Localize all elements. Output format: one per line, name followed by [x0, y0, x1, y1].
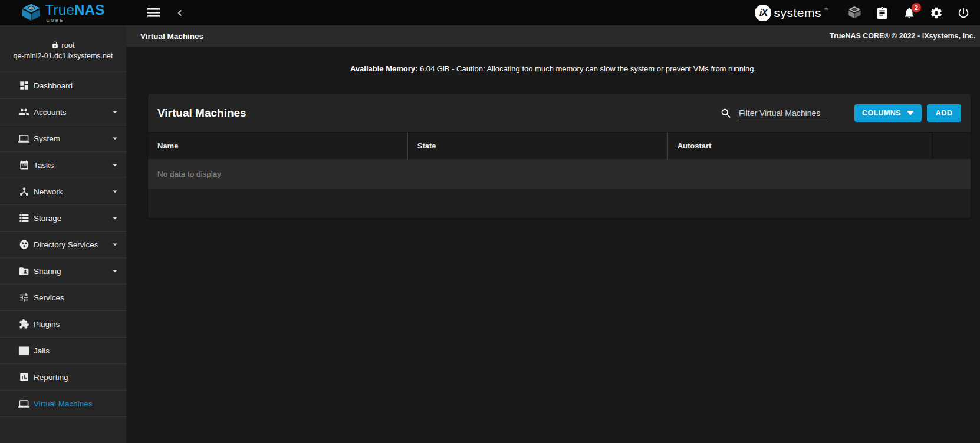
ixsystems-mark-icon: iX	[755, 5, 771, 21]
sidebar-item-plugins[interactable]: Plugins	[0, 310, 126, 337]
sidebar-item-label: Accounts	[34, 108, 67, 117]
chevron-left-icon	[174, 7, 186, 19]
sidebar-item-label: Dashboard	[34, 81, 73, 90]
plugins-puzzle-icon	[18, 319, 29, 330]
sidebar-item-label: Sharing	[34, 267, 61, 276]
sidebar-item-tasks[interactable]: Tasks	[0, 151, 126, 178]
menu-toggle-button[interactable]	[147, 8, 160, 17]
sidebar-item-label: Plugins	[34, 320, 60, 329]
search-icon	[720, 107, 732, 120]
sidebar-item-label: Services	[34, 293, 64, 302]
gear-icon	[930, 6, 943, 19]
sidebar-item-label: Storage	[34, 214, 61, 223]
sidebar-item-label: System	[34, 134, 60, 143]
card-footer-area	[148, 189, 971, 218]
sidebar-item-virtual-machines[interactable]: Virtual Machines	[0, 390, 126, 416]
brand-name: TrueNAS	[45, 3, 104, 17]
user-block: root qe-mini2-01.dc1.ixsystems.net	[0, 25, 126, 72]
sidebar: root qe-mini2-01.dc1.ixsystems.net Dashb…	[0, 25, 126, 443]
chevron-down-icon	[110, 266, 120, 276]
sidebar-item-label: Virtual Machines	[34, 399, 93, 408]
memory-notice: Available Memory: 6.04 GiB - Caution: Al…	[126, 64, 980, 73]
sidebar-nav: DashboardAccountsSystemTasksNetworkStora…	[0, 72, 126, 416]
table-header-row: Name State Autostart	[148, 132, 971, 159]
chevron-down-icon	[110, 160, 120, 170]
settings-button[interactable]	[930, 6, 943, 19]
sidebar-item-directory-services[interactable]: Directory Services	[0, 231, 126, 257]
column-header-autostart[interactable]: Autostart	[668, 133, 930, 159]
reporting-chart-icon	[18, 372, 29, 383]
no-data-message: No data to display	[157, 170, 221, 178]
back-button[interactable]	[174, 7, 186, 19]
vm-laptop-icon	[18, 398, 29, 409]
sidebar-item-accounts[interactable]: Accounts	[0, 98, 126, 125]
system-laptop-icon	[18, 133, 29, 144]
sidebar-item-storage[interactable]: Storage	[0, 204, 126, 231]
username: root	[61, 41, 74, 49]
dashboard-icon	[18, 80, 29, 91]
lock-icon	[51, 41, 59, 49]
column-header-actions	[930, 133, 971, 159]
chevron-down-icon	[110, 107, 120, 117]
tasks-manager-button[interactable]	[876, 6, 889, 19]
columns-button[interactable]: COLUMNS	[854, 104, 922, 122]
truecommand-cube-icon	[847, 6, 861, 19]
add-button[interactable]: ADD	[927, 104, 961, 122]
clipboard-icon	[876, 6, 889, 19]
power-icon	[957, 6, 970, 19]
sidebar-empty-area	[0, 416, 126, 443]
sidebar-item-network[interactable]: Network	[0, 178, 126, 204]
truenas-cube-icon	[21, 4, 41, 22]
power-button[interactable]	[957, 6, 970, 19]
memory-notice-text: 6.04 GiB - Caution: Allocating too much …	[417, 64, 756, 73]
ixsystems-logo: iX systems ™	[755, 5, 828, 21]
column-header-state[interactable]: State	[408, 133, 668, 159]
virtual-machines-card: Virtual Machines COLUMNS	[148, 94, 971, 218]
sidebar-item-jails[interactable]: Jails	[0, 337, 126, 363]
folder-shared-icon	[18, 266, 29, 277]
card-title: Virtual Machines	[157, 107, 246, 120]
jails-icon	[18, 345, 29, 356]
sidebar-item-label: Reporting	[34, 373, 68, 382]
page-header: Virtual Machines TrueNAS CORE® © 2022 - …	[126, 25, 980, 47]
sidebar-item-services[interactable]: Services	[0, 284, 126, 310]
tasks-calendar-icon	[18, 160, 29, 171]
notifications-button[interactable]: 2	[903, 6, 916, 19]
hostname: qe-mini2-01.dc1.ixsystems.net	[0, 52, 126, 60]
sidebar-item-label: Jails	[34, 346, 50, 355]
sidebar-item-system[interactable]: System	[0, 125, 126, 151]
top-bar: TrueNAS CORE iX systems ™	[0, 0, 980, 25]
sidebar-item-label: Directory Services	[34, 240, 98, 249]
empty-table-row: No data to display	[148, 159, 971, 189]
network-hub-icon	[18, 186, 29, 197]
copyright-text: TrueNAS CORE® © 2022 - iXsystems, Inc.	[830, 32, 975, 40]
breadcrumb: Virtual Machines	[140, 32, 203, 41]
caret-down-icon	[907, 111, 914, 115]
hamburger-icon	[147, 8, 160, 17]
directory-services-icon	[18, 239, 29, 250]
column-header-name[interactable]: Name	[148, 133, 408, 159]
sidebar-item-label: Network	[34, 187, 63, 196]
sidebar-item-dashboard[interactable]: Dashboard	[0, 72, 126, 98]
truenas-logo: TrueNAS CORE	[0, 0, 126, 25]
truecommand-button[interactable]	[847, 6, 861, 19]
chevron-down-icon	[110, 186, 120, 197]
sidebar-item-reporting[interactable]: Reporting	[0, 363, 126, 390]
sidebar-item-label: Tasks	[34, 161, 54, 170]
accounts-people-icon	[18, 107, 29, 118]
storage-disks-icon	[18, 213, 29, 224]
sidebar-item-sharing[interactable]: Sharing	[0, 257, 126, 284]
chevron-down-icon	[110, 133, 120, 144]
memory-notice-label: Available Memory:	[350, 64, 417, 73]
chevron-down-icon	[110, 239, 120, 250]
notification-count-badge: 2	[912, 3, 921, 12]
services-tune-icon	[18, 292, 29, 303]
filter-input[interactable]	[738, 107, 826, 120]
brand-edition: CORE	[46, 18, 104, 22]
chevron-down-icon	[110, 213, 120, 223]
